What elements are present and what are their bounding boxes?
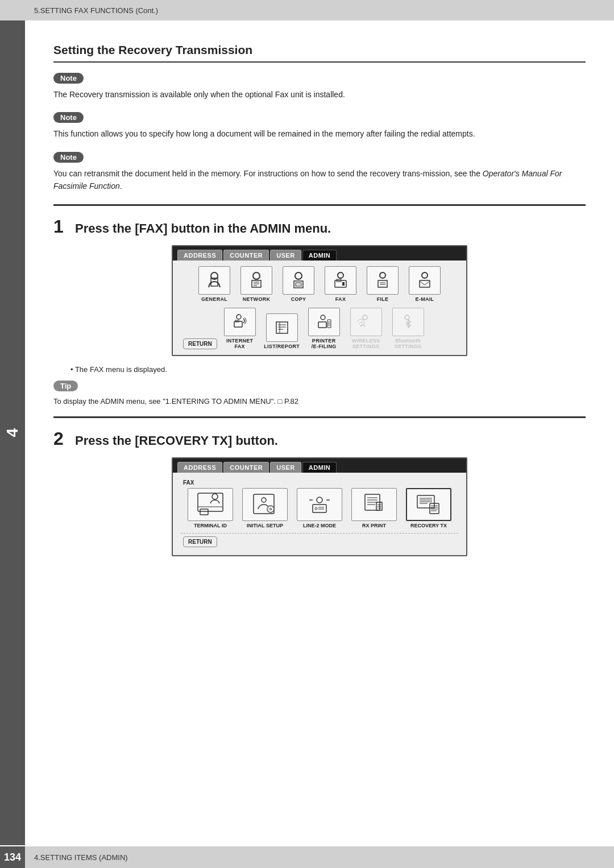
terminal-id-icon bbox=[196, 492, 225, 517]
icon-box-file bbox=[367, 266, 399, 295]
fax-box-initial-setup bbox=[242, 488, 288, 521]
top-bar-label: 5.SETTING FAX FUNCTIONS (Cont.) bbox=[34, 6, 158, 15]
step1-number: 1 bbox=[53, 216, 69, 237]
svg-rect-9 bbox=[296, 283, 301, 286]
side-tab-number: 4 bbox=[3, 428, 22, 437]
note-text-1: The Recovery transmission is available o… bbox=[53, 88, 586, 101]
email-icon bbox=[414, 270, 435, 291]
step2-title: Press the [RECOVERY TX] button. bbox=[75, 433, 278, 448]
icon-item-email[interactable]: E-MAIL bbox=[405, 266, 444, 302]
tab-counter-1[interactable]: COUNTER bbox=[223, 250, 269, 261]
section-title: Setting the Recovery Transmission bbox=[53, 43, 586, 57]
note-badge-label-3: Note bbox=[53, 152, 84, 163]
side-tab: 4 bbox=[0, 20, 25, 845]
label-wireless: WIRELESSSETTINGS bbox=[352, 338, 380, 349]
internet-fax-icon bbox=[230, 312, 250, 332]
fax-icon-line2-mode[interactable]: LINE-2 MODE bbox=[294, 488, 345, 528]
step1-divider bbox=[53, 204, 586, 206]
top-bar: 5.SETTING FAX FUNCTIONS (Cont.) bbox=[0, 0, 614, 20]
label-file: FILE bbox=[377, 296, 389, 302]
footer-label: 4.SETTING ITEMS (ADMIN) bbox=[34, 853, 128, 862]
step1-title: Press the [FAX] button in the ADMIN menu… bbox=[75, 221, 331, 236]
svg-point-2 bbox=[253, 272, 260, 279]
step2-number: 2 bbox=[53, 428, 69, 449]
tab-user-1[interactable]: USER bbox=[270, 250, 301, 261]
tab-counter-2[interactable]: COUNTER bbox=[223, 462, 269, 473]
note-badge-2: Note bbox=[53, 112, 586, 127]
icon-item-file[interactable]: FILE bbox=[363, 266, 402, 302]
icon-item-fax[interactable]: FAX bbox=[321, 266, 360, 302]
icon-item-printer[interactable]: PRINTER/E-FILING bbox=[305, 308, 343, 349]
icon-box-wireless bbox=[350, 308, 382, 336]
svg-rect-27 bbox=[318, 322, 326, 328]
svg-point-38 bbox=[262, 498, 266, 502]
label-network: NETWORK bbox=[243, 296, 271, 302]
svg-point-39 bbox=[267, 506, 274, 512]
fax-icon-initial-setup[interactable]: INITIAL SETUP bbox=[239, 488, 291, 528]
label-initial-setup: INITIAL SETUP bbox=[247, 523, 283, 528]
tab-admin-2[interactable]: ADMIN bbox=[302, 462, 337, 473]
step2-divider bbox=[53, 416, 586, 418]
network-icon bbox=[246, 270, 267, 291]
tip-badge-1: Tip bbox=[53, 381, 586, 396]
svg-point-31 bbox=[363, 315, 367, 320]
bluetooth-icon bbox=[398, 312, 418, 332]
step1-heading: 1 Press the [FAX] button in the ADMIN me… bbox=[53, 216, 586, 237]
step1-ui-box: ADDRESS COUNTER USER ADMIN GENERAL bbox=[172, 245, 467, 356]
tab-admin-1[interactable]: ADMIN bbox=[302, 250, 337, 261]
note-text-3: You can retransmit the document held in … bbox=[53, 167, 586, 193]
fax-icon-terminal-id[interactable]: TERMINAL ID bbox=[185, 488, 236, 528]
icon-item-copy[interactable]: COPY bbox=[279, 266, 318, 302]
label-printer: PRINTER/E-FILING bbox=[312, 338, 337, 349]
file-icon bbox=[372, 270, 393, 291]
label-rx-print: RX PRINT bbox=[362, 523, 386, 528]
icon-item-wireless[interactable]: WIRELESSSETTINGS bbox=[347, 308, 385, 349]
svg-point-36 bbox=[212, 494, 218, 499]
fax-icon-recovery-tx[interactable]: RECOVERY TX bbox=[403, 488, 454, 528]
fax-box-rx-print bbox=[351, 488, 397, 521]
step2-ui-box: ADDRESS COUNTER USER ADMIN FAX bbox=[172, 457, 467, 556]
fax-icon bbox=[330, 270, 351, 291]
note-badge-3: Note bbox=[53, 152, 586, 167]
return-btn-2[interactable]: RETURN bbox=[183, 536, 217, 547]
step1-icons-row2: RETURN INTERNET FAX bbox=[181, 308, 458, 349]
svg-rect-13 bbox=[342, 282, 345, 286]
svg-rect-35 bbox=[200, 509, 208, 515]
label-bluetooth: BluetoothSETTINGS bbox=[395, 338, 421, 349]
icon-item-list-report[interactable]: LIST/REPORT bbox=[263, 313, 301, 349]
fax-icon-rx-print[interactable]: RX PRINT bbox=[349, 488, 400, 528]
icon-box-bluetooth bbox=[392, 308, 424, 336]
label-recovery-tx: RECOVERY TX bbox=[410, 523, 447, 528]
step2-tabs: ADDRESS COUNTER USER ADMIN bbox=[173, 458, 466, 473]
icon-item-general[interactable]: GENERAL bbox=[195, 266, 234, 302]
note-badge-1: Note bbox=[53, 73, 586, 88]
fax-box-terminal-id bbox=[188, 488, 233, 521]
label-list-report: LIST/REPORT bbox=[264, 344, 300, 349]
icon-item-bluetooth[interactable]: BluetoothSETTINGS bbox=[389, 308, 428, 349]
note-text-2: This function allows you to specify how … bbox=[53, 127, 586, 140]
printer-icon bbox=[314, 312, 334, 332]
tip-badge-label: Tip bbox=[53, 381, 78, 391]
icon-item-network[interactable]: NETWORK bbox=[237, 266, 276, 302]
general-icon bbox=[204, 270, 225, 291]
fax-box-recovery-tx bbox=[406, 488, 451, 521]
icon-box-internet-fax bbox=[224, 308, 256, 336]
fax-icons-row: TERMINAL ID INITIAL SETUP bbox=[181, 488, 458, 528]
icon-box-copy bbox=[283, 266, 314, 295]
return-btn-1[interactable]: RETURN bbox=[183, 338, 217, 349]
svg-point-40 bbox=[317, 497, 322, 503]
bottom-bar: 4.SETTING ITEMS (ADMIN) bbox=[0, 846, 614, 868]
list-report-icon bbox=[272, 317, 292, 338]
svg-point-7 bbox=[295, 272, 302, 279]
tab-user-2[interactable]: USER bbox=[270, 462, 301, 473]
step1-bullet: • The FAX menu is displayed. bbox=[70, 365, 586, 374]
tab-address-2[interactable]: ADDRESS bbox=[177, 462, 222, 473]
tab-address-1[interactable]: ADDRESS bbox=[177, 250, 222, 261]
step1-ui-content: GENERAL NETWORK bbox=[173, 261, 466, 355]
wireless-icon bbox=[356, 312, 376, 332]
icon-item-internet-fax[interactable]: INTERNET FAX bbox=[221, 308, 259, 349]
svg-point-42 bbox=[315, 507, 317, 510]
svg-rect-15 bbox=[378, 280, 387, 287]
icon-box-email bbox=[409, 266, 441, 295]
label-email: E-MAIL bbox=[416, 296, 434, 302]
